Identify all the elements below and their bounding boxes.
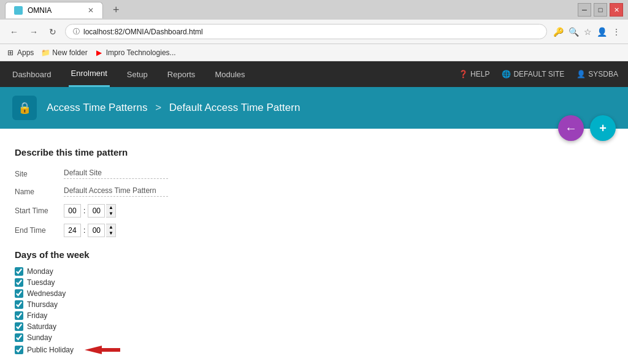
nav-modules[interactable]: Modules — [212, 61, 247, 87]
address-bar: ← → ↻ ⓘ localhost:82/OMNIA/Dashboard.htm… — [0, 20, 628, 44]
start-time-spinner[interactable]: ▲ ▼ — [106, 204, 116, 218]
day-row: Monday — [15, 267, 613, 276]
end-time-input: 24 : 00 ▲ ▼ — [64, 224, 116, 237]
day-label: Public Holiday — [27, 346, 74, 354]
day-row: Thursday — [15, 300, 613, 309]
reload-button[interactable]: ↻ — [47, 26, 59, 38]
day-checkbox-sunday[interactable] — [15, 333, 23, 342]
end-hour-field[interactable]: 24 — [64, 224, 81, 237]
breadcrumb-parent[interactable]: Access Time Patterns — [47, 102, 147, 113]
form-section-title: Describe this time pattern — [15, 147, 613, 157]
tab-close-button[interactable]: ✕ — [88, 6, 94, 15]
day-checkbox-public-holiday[interactable] — [15, 346, 23, 354]
nav-dashboard[interactable]: Dashboard — [10, 61, 54, 87]
annotation-arrow-icon — [83, 344, 120, 355]
bookmark-impro[interactable]: ▶ Impro Technologies... — [95, 48, 176, 57]
start-minute-field[interactable]: 00 — [88, 204, 105, 218]
end-time-row: End Time 24 : 00 ▲ ▼ — [15, 224, 613, 237]
site-selector[interactable]: 🌐 DEFAULT SITE — [502, 70, 564, 78]
bookmark-apps-label: Apps — [17, 48, 34, 57]
bookmark-new-folder[interactable]: 📁 New folder — [41, 48, 87, 57]
day-checkbox-tuesday[interactable] — [15, 278, 23, 287]
end-time-down[interactable]: ▼ — [106, 230, 115, 237]
help-link[interactable]: ❓ HELP — [459, 70, 489, 78]
breadcrumb-current: Default Access Time Pattern — [169, 102, 301, 113]
main-nav: Dashboard Enrolment Setup Reports Module… — [0, 61, 628, 87]
name-label: Name — [15, 188, 64, 196]
end-time-label: End Time — [15, 226, 64, 235]
bookmark-folder-label: New folder — [52, 48, 87, 57]
end-time-up[interactable]: ▲ — [106, 224, 115, 230]
minimize-button[interactable]: ─ — [578, 3, 591, 17]
close-button[interactable]: ✕ — [610, 3, 623, 17]
bookmark-apps[interactable]: ⊞ Apps — [6, 48, 34, 57]
breadcrumb-separator: > — [155, 102, 161, 113]
breadcrumb: Access Time Patterns > Default Access Ti… — [47, 102, 300, 114]
svg-rect-1 — [101, 348, 120, 352]
pdf-icon: ▶ — [95, 48, 104, 57]
name-row: Name Default Access Time Pattern — [15, 186, 613, 197]
day-row: Friday — [15, 311, 613, 320]
lock-icon: 🔒 — [18, 101, 31, 115]
day-checkbox-thursday[interactable] — [15, 300, 23, 309]
window-controls: ─ □ ✕ — [578, 3, 623, 17]
back-button[interactable]: ← — [558, 115, 584, 141]
url-text: localhost:82/OMNIA/Dashboard.html — [83, 28, 203, 36]
days-list: MondayTuesdayWednesdayThursdayFridaySatu… — [15, 267, 613, 355]
site-row: Site Default Site — [15, 169, 613, 179]
day-label: Thursday — [27, 300, 58, 309]
forward-nav-button[interactable]: → — [27, 26, 40, 38]
menu-icon[interactable]: ⋮ — [612, 27, 621, 37]
profile-icon[interactable]: 👤 — [597, 27, 607, 37]
bookmarks-bar: ⊞ Apps 📁 New folder ▶ Impro Technologies… — [0, 44, 628, 61]
tab-favicon — [14, 6, 23, 15]
start-time-up[interactable]: ▲ — [106, 205, 115, 211]
nav-right-section: ❓ HELP 🌐 DEFAULT SITE 👤 SYSDBA — [459, 70, 618, 78]
start-time-row: Start Time 00 : 00 ▲ ▼ — [15, 204, 613, 218]
page-icon: 🔒 — [12, 96, 37, 120]
apps-grid-icon: ⊞ — [6, 48, 15, 57]
tab-title: OMNIA — [28, 6, 52, 15]
svg-marker-0 — [85, 346, 102, 354]
folder-icon: 📁 — [41, 48, 50, 57]
url-input[interactable]: ⓘ localhost:82/OMNIA/Dashboard.html — [65, 24, 547, 39]
start-time-label: Start Time — [15, 207, 64, 215]
nav-enrolment[interactable]: Enrolment — [69, 61, 110, 87]
user-menu[interactable]: 👤 SYSDBA — [576, 70, 618, 78]
nav-setup[interactable]: Setup — [124, 61, 150, 87]
day-label: Tuesday — [27, 278, 55, 287]
maximize-button[interactable]: □ — [594, 3, 607, 17]
start-time-down[interactable]: ▼ — [106, 211, 115, 217]
day-row: Public Holiday — [15, 344, 613, 355]
start-hour-field[interactable]: 00 — [64, 204, 81, 218]
day-checkbox-friday[interactable] — [15, 311, 23, 320]
new-tab-button[interactable]: + — [108, 1, 124, 19]
start-time-input: 00 : 00 ▲ ▼ — [64, 204, 116, 218]
days-section-title: Days of the week — [15, 249, 613, 260]
nav-reports[interactable]: Reports — [165, 61, 198, 87]
bookmark-icon[interactable]: ☆ — [584, 27, 592, 37]
site-value: Default Site — [64, 169, 168, 179]
day-label: Sunday — [27, 333, 52, 342]
address-bar-icons: 🔑 🔍 ☆ 👤 ⋮ — [553, 27, 621, 37]
day-label: Wednesday — [27, 289, 66, 298]
back-nav-button[interactable]: ← — [7, 26, 21, 38]
day-label: Friday — [27, 311, 47, 320]
time-colon-1: : — [82, 207, 86, 215]
day-row: Tuesday — [15, 278, 613, 287]
header-bar: 🔒 Access Time Patterns > Default Access … — [0, 87, 628, 129]
browser-tab[interactable]: OMNIA ✕ — [5, 2, 103, 18]
end-time-spinner[interactable]: ▲ ▼ — [106, 224, 116, 237]
day-label: Saturday — [27, 322, 56, 331]
day-checkbox-monday[interactable] — [15, 267, 23, 276]
day-checkbox-wednesday[interactable] — [15, 289, 23, 298]
add-button[interactable]: + — [590, 115, 616, 141]
name-value: Default Access Time Pattern — [64, 186, 168, 197]
app-window: Dashboard Enrolment Setup Reports Module… — [0, 61, 628, 331]
end-minute-field[interactable]: 00 — [88, 224, 105, 237]
day-checkbox-saturday[interactable] — [15, 322, 23, 331]
key-icon[interactable]: 🔑 — [553, 27, 564, 37]
day-row: Sunday — [15, 333, 613, 342]
action-buttons: ← + — [558, 115, 616, 141]
zoom-icon[interactable]: 🔍 — [569, 27, 579, 37]
